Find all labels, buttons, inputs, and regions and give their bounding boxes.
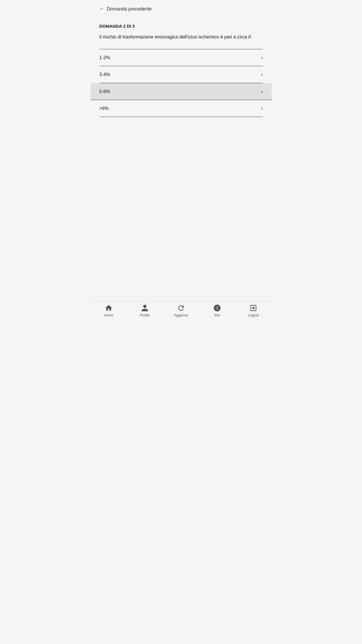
logout-icon bbox=[249, 304, 257, 312]
option-item-5-6[interactable]: 5-6% › bbox=[91, 83, 272, 100]
info-icon bbox=[213, 304, 221, 312]
back-label: Domanda precedente bbox=[107, 6, 152, 12]
back-nav[interactable]: ← Domanda precedente bbox=[99, 6, 263, 12]
profilo-icon bbox=[141, 304, 149, 312]
chevron-right-icon: › bbox=[261, 105, 263, 111]
tab-info[interactable]: Info bbox=[199, 304, 235, 317]
option-item-gt6[interactable]: >6% › bbox=[99, 100, 263, 117]
option-label: 5-6% bbox=[99, 89, 110, 94]
option-label: >6% bbox=[99, 106, 109, 111]
tab-bar: Home Profilo Aggiorna Info bbox=[91, 301, 272, 322]
back-arrow-icon: ← bbox=[99, 6, 105, 12]
chevron-right-icon: › bbox=[261, 71, 263, 78]
tab-profilo[interactable]: Profilo bbox=[127, 304, 163, 317]
tab-info-label: Info bbox=[214, 313, 220, 317]
question-text: Il rischio di trasformazione emorragica … bbox=[99, 34, 263, 40]
tab-home[interactable]: Home bbox=[91, 304, 127, 317]
question-counter: DOMANDA 2 DI 3 bbox=[99, 24, 263, 29]
option-label: 3-4% bbox=[99, 72, 110, 77]
tab-profilo-label: Profilo bbox=[140, 313, 150, 317]
option-item-1-2[interactable]: 1-2% › bbox=[99, 49, 263, 66]
option-label: 1-2% bbox=[99, 55, 110, 60]
tab-aggiorna-label: Aggiorna bbox=[174, 313, 188, 317]
chevron-right-icon: › bbox=[261, 88, 263, 94]
tab-logout[interactable]: Logout bbox=[235, 304, 271, 317]
tab-aggiorna[interactable]: Aggiorna bbox=[163, 304, 199, 317]
home-icon bbox=[105, 304, 113, 312]
tab-home-label: Home bbox=[104, 313, 113, 317]
options-list: 1-2% › 3-4% › 5-6% › >6% › bbox=[99, 49, 263, 117]
aggiorna-icon bbox=[177, 304, 185, 312]
option-item-3-4[interactable]: 3-4% › bbox=[99, 66, 263, 83]
chevron-right-icon: › bbox=[261, 55, 263, 61]
tab-logout-label: Logout bbox=[248, 313, 259, 317]
